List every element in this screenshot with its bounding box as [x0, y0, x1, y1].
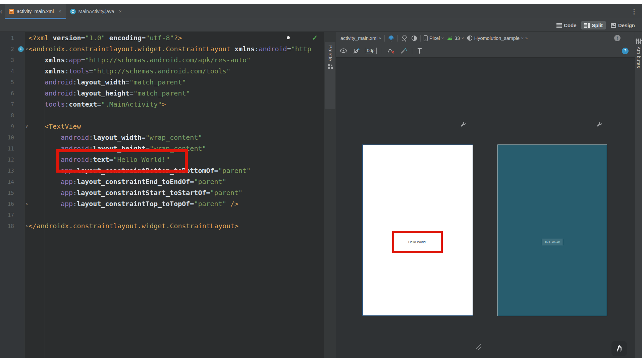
code-line[interactable]: 17: [0, 209, 324, 221]
tab-label: MainActivity.java: [78, 9, 114, 14]
canvas-resize-handle[interactable]: [474, 343, 482, 350]
line-number: 9: [0, 121, 17, 132]
gutter-cell: [17, 154, 29, 165]
clear-constraints-button[interactable]: [387, 48, 395, 54]
code-line[interactable]: 5android:layout_width="match_parent": [0, 77, 324, 88]
fold-marker[interactable]: ∧: [25, 221, 28, 232]
line-number: 7: [0, 99, 17, 110]
code-text: app:layout_constraintStart_toStartOf="pa…: [29, 187, 243, 198]
line-number: 6: [0, 88, 17, 99]
code-line[interactable]: 3xmlns:app="http://schemas.android.com/a…: [0, 55, 324, 66]
code-text: android:layout_height="match_parent": [29, 88, 190, 99]
gutter-cell: [17, 66, 29, 77]
render-config-wrench-icon[interactable]: [460, 121, 467, 128]
code-text: app:layout_constraintEnd_toEndOf="parent…: [29, 176, 226, 187]
code-line[interactable]: 2C∨<androidx.constraintlayout.widget.Con…: [0, 44, 324, 55]
code-text: </androidx.constraintlayout.widget.Const…: [29, 221, 238, 232]
design-mode-label: Design: [618, 22, 635, 28]
tab-activity-main-xml[interactable]: activity_main.xml ×: [5, 4, 66, 19]
code-line[interactable]: 15app:layout_constraintStart_toStartOf="…: [0, 187, 324, 198]
view-options-button[interactable]: [340, 48, 347, 54]
close-tab-icon[interactable]: ×: [58, 9, 61, 14]
right-tool-strip: Attributes: [635, 32, 642, 358]
fold-marker[interactable]: ∨: [25, 121, 28, 132]
design-hello-world-text[interactable]: Hello World!: [408, 240, 426, 244]
gutter-cell: [17, 165, 29, 176]
inspection-ok-icon[interactable]: ✓: [312, 34, 318, 42]
code-line[interactable]: 16∧app:layout_constraintTop_toTopOf="par…: [0, 198, 324, 209]
default-margin-control[interactable]: 0dp: [365, 48, 377, 54]
editor-tab-bar: ‹ activity_main.xml × C MainActivity.jav…: [0, 4, 642, 19]
gutter-cell: ∧: [17, 198, 29, 209]
kebab-menu-icon[interactable]: ⋮: [631, 4, 642, 19]
line-number: 3: [0, 55, 17, 66]
help-button[interactable]: ?: [622, 48, 629, 54]
theme-dropdown[interactable]: Hyomolution_sample ∨ »: [467, 35, 528, 41]
design-surface-preview[interactable]: [362, 144, 473, 316]
line-number: 17: [0, 209, 17, 221]
gutter-cell: [17, 77, 29, 88]
line-number: 12: [0, 154, 17, 165]
line-number: 11: [0, 143, 17, 154]
xml-code-editor[interactable]: 1<?xml version="1.0" encoding="utf-8"?>2…: [0, 32, 324, 358]
line-number: 1: [0, 33, 17, 44]
split-mode-button[interactable]: Split: [581, 21, 606, 29]
palette-tool-tab[interactable]: Palette: [325, 42, 335, 109]
api-level-dropdown[interactable]: 33 ∨: [447, 36, 464, 41]
gutter-cell: [17, 176, 29, 187]
code-text: <?xml version="1.0" encoding="utf-8"?>: [29, 33, 182, 44]
line-number: 18: [0, 221, 17, 232]
palette-icon: [328, 64, 333, 69]
code-mode-button[interactable]: Code: [553, 21, 580, 29]
api-level-label: 33: [454, 36, 460, 41]
split-icon: [584, 23, 590, 28]
attributes-tool-tab[interactable]: Attributes: [635, 39, 642, 68]
pack-align-button[interactable]: [417, 48, 422, 54]
surface-layers-button[interactable]: [388, 35, 394, 42]
code-lines: 1<?xml version="1.0" encoding="utf-8"?>2…: [0, 33, 324, 232]
toolbar-overflow-icon[interactable]: »: [525, 36, 528, 41]
android-studio-window: ‹ activity_main.xml × C MainActivity.jav…: [0, 0, 644, 362]
design-canvas[interactable]: Hello World! Hello World!: [336, 58, 635, 358]
close-tab-icon[interactable]: ×: [119, 9, 121, 14]
code-line[interactable]: 6android:layout_height="match_parent": [0, 88, 324, 99]
code-line[interactable]: 10android:layout_width="wrap_content": [0, 132, 324, 143]
code-line[interactable]: 1<?xml version="1.0" encoding="utf-8"?>: [0, 33, 324, 44]
device-dropdown[interactable]: Pixel ∨: [424, 35, 444, 41]
split-mode-label: Split: [592, 22, 603, 28]
code-line[interactable]: 9∨<TextView: [0, 121, 324, 132]
attributes-tab-label: Attributes: [636, 47, 641, 68]
toolbar-divider: [412, 48, 412, 54]
fold-marker[interactable]: ∧: [25, 198, 28, 209]
pan-tool-button[interactable]: [611, 341, 627, 356]
code-line[interactable]: 14app:layout_constraintEnd_toEndOf="pare…: [0, 176, 324, 187]
java-class-file-icon: C: [70, 9, 76, 14]
chevron-down-icon: ∨: [379, 37, 382, 40]
blueprint-surface-preview[interactable]: [497, 144, 607, 316]
code-line[interactable]: 18∧</androidx.constraintlayout.widget.Co…: [0, 221, 324, 232]
orientation-button[interactable]: [401, 35, 408, 42]
blueprint-textview[interactable]: Hello World!: [542, 239, 563, 245]
gutter-cell: [17, 110, 29, 121]
toolbar-divider: [382, 48, 382, 54]
infer-constraints-button[interactable]: [400, 48, 407, 54]
line-number: 8: [0, 110, 17, 121]
render-config-wrench-icon[interactable]: [596, 121, 603, 128]
design-mode-button[interactable]: Design: [608, 21, 638, 29]
fold-marker[interactable]: ∨: [25, 44, 28, 55]
constraint-toolbar: 0dp ?: [336, 44, 635, 58]
tab-mainactivity-java[interactable]: C MainActivity.java ×: [66, 4, 126, 19]
code-line[interactable]: 4xmlns:tools="http://schemas.android.com…: [0, 66, 324, 77]
autoconnect-off-button[interactable]: [353, 48, 360, 54]
night-mode-button[interactable]: [411, 35, 417, 41]
file-dropdown[interactable]: activity_main.xml ∨: [340, 36, 381, 41]
gutter-cell: [17, 33, 29, 44]
line-number: 16: [0, 198, 17, 209]
rotate-device-icon: [401, 35, 408, 42]
issue-panel-icon[interactable]: !: [614, 35, 621, 41]
toolbar-divider: [384, 35, 385, 42]
code-line[interactable]: 7tools:context=".MainActivity">: [0, 99, 324, 110]
code-line[interactable]: 8: [0, 110, 324, 121]
class-gutter-icon[interactable]: C: [18, 46, 24, 52]
line-number: 10: [0, 132, 17, 143]
